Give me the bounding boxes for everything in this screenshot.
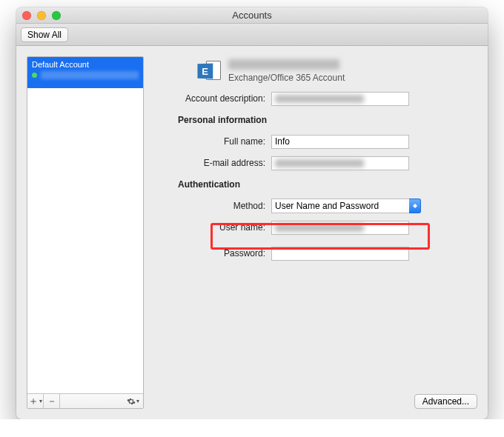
email-input[interactable] [271, 156, 409, 170]
window-controls [22, 11, 61, 20]
full-name-input[interactable] [271, 135, 409, 149]
add-account-button[interactable]: ＋▾ [27, 394, 44, 408]
chevron-down-icon: ▾ [136, 398, 139, 404]
zoom-window-button[interactable] [52, 11, 61, 20]
plus-icon: ＋ [28, 395, 39, 408]
auth-method-value: User Name and Password [275, 201, 379, 211]
advanced-button[interactable]: Advanced... [414, 394, 477, 409]
email-label: E-mail address: [154, 158, 265, 168]
account-list[interactable]: Default Account ＋▾ － [27, 56, 144, 409]
content-area: Default Account ＋▾ － [16, 46, 488, 419]
account-email-redacted [228, 59, 339, 70]
gear-icon [127, 397, 136, 406]
password-label: Password: [154, 248, 265, 258]
account-description-label: Account description: [154, 93, 265, 104]
close-window-button[interactable] [22, 11, 31, 20]
account-list-item[interactable]: Default Account [27, 57, 143, 88]
account-type-label: Exchange/Office 365 Account [228, 73, 345, 83]
minus-icon: － [47, 395, 57, 408]
titlebar: Accounts [16, 7, 488, 24]
auth-method-select[interactable]: User Name and Password [271, 199, 409, 213]
personal-info-heading: Personal information [154, 115, 267, 125]
user-name-label: User name: [154, 222, 265, 233]
account-detail: E Exchange/Office 365 Account Account de… [154, 56, 477, 409]
list-toolbar: ＋▾ － ▾ [27, 393, 143, 408]
accounts-window: Accounts Show All Default Account [16, 7, 488, 419]
show-all-button[interactable]: Show All [21, 27, 68, 42]
account-description-input[interactable] [271, 92, 409, 106]
account-options-button[interactable]: ▾ [122, 397, 143, 406]
password-input[interactable] [271, 247, 409, 261]
method-label: Method: [154, 201, 265, 211]
remove-account-button[interactable]: － [44, 394, 60, 408]
account-email-redacted [41, 71, 139, 79]
full-name-label: Full name: [154, 136, 265, 147]
status-online-icon [32, 73, 37, 78]
account-header: E Exchange/Office 365 Account [197, 59, 477, 83]
exchange-icon: E [197, 59, 221, 83]
minimize-window-button[interactable] [37, 11, 46, 20]
user-name-input[interactable] [271, 221, 409, 235]
authentication-heading: Authentication [154, 179, 240, 190]
sidebar: Default Account ＋▾ － [27, 56, 144, 409]
window-title: Accounts [16, 10, 488, 21]
select-stepper-icon [409, 199, 421, 213]
account-name: Default Account [32, 60, 139, 69]
toolbar: Show All [16, 24, 488, 46]
account-form: Account description: Personal informatio… [154, 90, 477, 261]
